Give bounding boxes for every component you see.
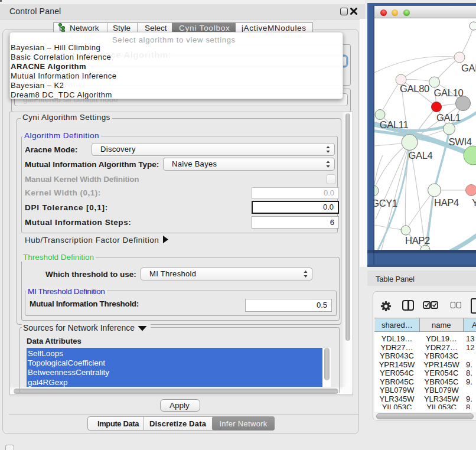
svg-text:GCY1: GCY1 [374, 198, 397, 208]
svg-text:GAL7: GAL7 [461, 63, 476, 73]
svg-text:GAL10: GAL10 [434, 87, 464, 98]
svg-text:GAL1: GAL1 [436, 112, 461, 123]
svg-text:HAP2: HAP2 [405, 235, 430, 246]
svg-text:Y: Y [472, 197, 476, 208]
svg-text:HAP4: HAP4 [434, 197, 459, 208]
svg-text:GAL80: GAL80 [400, 83, 429, 94]
svg-text:GAL4: GAL4 [409, 150, 433, 161]
svg-text:GAL11: GAL11 [380, 119, 409, 130]
svg-text:SWI4: SWI4 [448, 136, 471, 147]
